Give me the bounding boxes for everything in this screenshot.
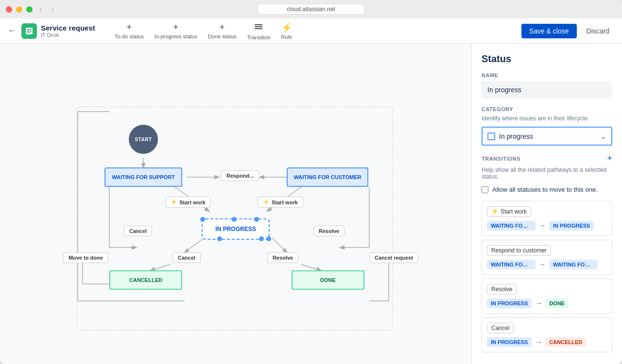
inprogress-btn-label: In-progress status: [155, 33, 197, 39]
close-button[interactable]: [6, 6, 12, 13]
name-label: NAME: [482, 72, 612, 78]
transition-flow-2: WAITING FOR SUP... → WAITING FOR CU...: [487, 260, 607, 269]
main-content: START WAITING FOR SUPPORT WAITING FOR CU…: [0, 44, 622, 364]
add-transition-button[interactable]: +: [607, 153, 612, 164]
transitions-title: TRANSITIONS: [482, 156, 520, 162]
arrow-icon-2: →: [538, 260, 546, 269]
transition-to-3: DONE: [545, 298, 569, 308]
svg-rect-2: [255, 26, 262, 27]
category-select[interactable]: In progress ⌄: [482, 127, 612, 146]
canvas-area[interactable]: START WAITING FOR SUPPORT WAITING FOR CU…: [0, 44, 471, 364]
done-status-button[interactable]: + Done status: [204, 20, 241, 41]
start-node: START: [129, 125, 158, 154]
transition-flow-3: IN PROGRESS → DONE: [487, 298, 607, 308]
svg-rect-3: [255, 28, 262, 29]
transition-to-4: CANCELLED: [545, 337, 586, 347]
maximize-button[interactable]: [26, 6, 33, 13]
url-bar[interactable]: cloud.atlassian.net: [258, 4, 364, 15]
done-node[interactable]: DONE: [292, 270, 364, 290]
start-work-2-transition[interactable]: ⚡ Start work: [258, 197, 303, 208]
transition-name-row-4: Cancel: [487, 323, 607, 333]
transition-to-1: IN PROGRESS: [549, 221, 594, 231]
bolt-icon-2: ⚡: [263, 199, 270, 205]
todo-btn-label: To-do status: [115, 33, 144, 39]
in-progress-node[interactable]: IN PROGRESS: [202, 218, 270, 240]
start-work-1-transition[interactable]: ⚡ Start work: [165, 197, 211, 208]
forward-nav-button[interactable]: ›: [49, 4, 57, 14]
cancelled-node[interactable]: CANCELLED: [109, 270, 182, 290]
transition-button[interactable]: Transition: [243, 19, 274, 42]
transition-flow-1: WAITING FOR SUP... → IN PROGRESS: [487, 221, 607, 231]
todo-status-button[interactable]: + To-do status: [111, 20, 148, 41]
minimize-button[interactable]: [16, 6, 22, 13]
transition-from-4: IN PROGRESS: [487, 337, 532, 347]
sidebar-title: Status: [482, 53, 612, 65]
transition-name-badge-2: Respond to customer: [487, 245, 551, 256]
transition-name-row-1: ⚡ Start work: [487, 206, 607, 217]
arrow-icon-1: →: [538, 221, 546, 230]
plus-icon: +: [126, 22, 132, 33]
transition-card-cancel[interactable]: Cancel IN PROGRESS → CANCELLED: [482, 317, 612, 352]
app-toolbar: ← Service request IT Desk + To-do status…: [0, 18, 622, 44]
transition-from-1: WAITING FOR SUP...: [487, 221, 536, 231]
app-back-button[interactable]: ←: [8, 26, 17, 36]
resolve-2-transition[interactable]: Resolve: [267, 252, 298, 263]
transition-name-badge-1: ⚡ Start work: [487, 206, 531, 217]
allow-all-checkbox[interactable]: [482, 186, 488, 193]
save-close-button[interactable]: Save & close: [521, 24, 577, 38]
transition-card-resolve[interactable]: Resolve IN PROGRESS → DONE: [482, 279, 612, 314]
plus-icon-3: +: [220, 22, 225, 33]
chevron-down-icon: ⌄: [600, 132, 606, 141]
resolve-1-transition[interactable]: Resolve: [313, 226, 345, 236]
svg-line-14: [272, 238, 287, 252]
move-to-done-transition[interactable]: Move to done: [63, 252, 108, 263]
allow-all-label: Allow all statuses to move to this one.: [492, 186, 598, 193]
transition-icon: [254, 21, 263, 33]
app-title-group: Service request IT Desk: [41, 24, 95, 38]
category-desc: Identify where issues are in their lifec…: [482, 115, 612, 122]
transitions-desc: Help show all the related pathways to a …: [482, 166, 612, 180]
category-select-label: In progress: [499, 132, 600, 140]
arrow-icon-4: →: [535, 338, 542, 347]
transitions-header: TRANSITIONS +: [482, 153, 612, 164]
app-title: Service request: [41, 24, 95, 32]
toolbar-actions: + To-do status + In-progress status + Do…: [111, 19, 521, 42]
transition-to-2: WAITING FOR CU...: [549, 260, 598, 269]
inprogress-status-button[interactable]: + In-progress status: [151, 20, 201, 41]
arrow-icon-3: →: [535, 299, 542, 308]
rule-icon: ⚡: [281, 22, 292, 33]
discard-button[interactable]: Discard: [582, 24, 614, 38]
transition-name-badge-4: Cancel: [487, 323, 514, 333]
title-bar: ‹ › cloud.atlassian.net: [0, 0, 622, 18]
bolt-icon-t1: ⚡: [491, 208, 499, 215]
svg-rect-1: [255, 24, 262, 25]
category-label: CATEGORY: [482, 106, 612, 112]
status-name-input[interactable]: [482, 81, 612, 99]
transition-from-3: IN PROGRESS: [487, 298, 532, 308]
cancel-2-transition[interactable]: Cancel: [173, 252, 201, 263]
cancel-1-transition[interactable]: Cancel: [124, 226, 152, 236]
app-subtitle: IT Desk: [41, 32, 95, 38]
plus-icon-2: +: [173, 22, 178, 33]
transition-flow-4: IN PROGRESS → CANCELLED: [487, 337, 607, 347]
respond-transition[interactable]: Respond...: [221, 170, 259, 181]
cancel-request-transition[interactable]: Cancel request: [369, 252, 418, 263]
transition-name-badge-3: Resolve: [487, 284, 517, 295]
waiting-customer-node[interactable]: WAITING FOR CUSTOMER: [287, 167, 368, 187]
svg-line-16: [301, 265, 321, 270]
done-btn-label: Done status: [208, 33, 237, 39]
category-checkbox: [487, 132, 495, 140]
transition-card-respond[interactable]: Respond to customer WAITING FOR SUP... →…: [482, 240, 612, 275]
app-window: ‹ › cloud.atlassian.net ← Service reques…: [0, 0, 622, 364]
allow-all-checkbox-row[interactable]: Allow all statuses to move to this one.: [482, 186, 612, 193]
rule-btn-label: Rule: [281, 34, 292, 40]
rule-button[interactable]: ⚡ Rule: [277, 20, 296, 42]
waiting-support-node[interactable]: WAITING FOR SUPPORT: [104, 167, 182, 187]
workflow-svg: [0, 44, 471, 364]
transition-from-2: WAITING FOR SUP...: [487, 260, 536, 269]
transition-card-start-work[interactable]: ⚡ Start work WAITING FOR SUP... → IN PRO…: [482, 201, 612, 236]
transition-name-row-2: Respond to customer: [487, 245, 607, 256]
back-nav-button[interactable]: ‹: [36, 4, 45, 14]
sidebar: Status NAME CATEGORY Identify where issu…: [471, 44, 622, 364]
app-icon: [21, 23, 37, 39]
